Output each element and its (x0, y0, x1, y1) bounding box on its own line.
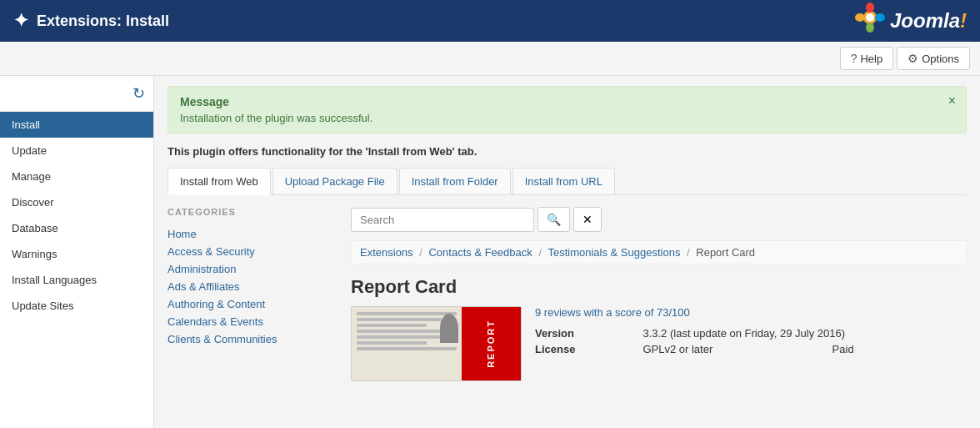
img-line-2 (357, 318, 442, 321)
main-content: Message Installation of the plugin was s… (154, 76, 980, 428)
plugin-info-text: This plugin offers functionality for the… (168, 145, 967, 158)
sidebar-item-install[interactable]: Install (0, 112, 153, 138)
help-icon: ? (851, 52, 858, 65)
img-line-6 (357, 341, 427, 345)
img-line-7 (357, 347, 457, 350)
extension-image: REPORT (351, 306, 522, 381)
breadcrumb-sep-2: / (538, 246, 542, 259)
img-line-3 (357, 324, 427, 327)
tab-install-from-folder[interactable]: Install from Folder (399, 168, 511, 194)
categories-panel: CATEGORIES Home Access & Security Admini… (168, 207, 351, 381)
content-body: CATEGORIES Home Access & Security Admini… (168, 207, 967, 381)
sidebar-item-database[interactable]: Database (0, 215, 153, 241)
joomla-icon (855, 3, 885, 39)
header-logo: Joomla! (855, 3, 967, 39)
price-value: Paid (832, 343, 967, 355)
category-ads-affiliates[interactable]: Ads & Affiliates (168, 278, 338, 295)
message-box: Message Installation of the plugin was s… (168, 86, 967, 133)
tab-install-from-web[interactable]: Install from Web (168, 168, 271, 195)
img-line-1 (357, 312, 457, 315)
sidebar-item-install-languages[interactable]: Install Languages (0, 267, 153, 293)
extension-info: 9 reviews with a score of 73/100 Version… (535, 306, 967, 381)
header-title-group: ✦ Extensions: Install (13, 10, 169, 32)
license-label: License (535, 343, 636, 355)
extension-title: Report Card (351, 276, 967, 298)
joomla-text: Joomla! (890, 9, 967, 33)
person-silhouette (440, 314, 458, 343)
extension-review[interactable]: 9 reviews with a score of 73/100 (535, 306, 967, 319)
joomla-logo: Joomla! (855, 3, 967, 39)
sidebar-item-manage[interactable]: Manage (0, 164, 153, 189)
options-button[interactable]: ⚙ Options (897, 47, 970, 70)
svg-point-4 (855, 13, 865, 22)
breadcrumb-sep-3: / (687, 246, 690, 259)
breadcrumb-report-card: Report Card (696, 246, 755, 259)
sidebar-item-discover[interactable]: Discover (0, 189, 153, 215)
breadcrumb-sep-1: / (419, 246, 422, 259)
breadcrumb-extensions[interactable]: Extensions (360, 246, 413, 259)
search-bar: 🔍 ✕ (351, 207, 967, 232)
sidebar: ↻ Install Update Manage Discover Databas… (0, 76, 154, 428)
svg-point-5 (866, 13, 874, 22)
category-clients-communities[interactable]: Clients & Communities (168, 330, 338, 348)
help-label: Help (860, 53, 882, 65)
breadcrumb-testimonials-suggestions[interactable]: Testimonials & Suggestions (548, 246, 680, 259)
ext-image-right: REPORT (462, 307, 521, 380)
category-calendars-events[interactable]: Calendars & Events (168, 313, 338, 330)
message-close-button[interactable]: × (948, 93, 956, 108)
categories-title: CATEGORIES (168, 207, 338, 217)
breadcrumb-contacts-feedback[interactable]: Contacts & Feedback (428, 246, 532, 259)
sidebar-toggle[interactable]: ↻ (0, 76, 153, 112)
sidebar-item-update-sites[interactable]: Update Sites (0, 293, 153, 319)
extension-detail: REPORT 9 reviews with a score of 73/100 … (351, 306, 967, 381)
search-input[interactable] (351, 208, 534, 232)
license-value: GPLv2 or later (642, 343, 825, 355)
clear-icon: ✕ (582, 213, 592, 226)
puzzle-icon: ✦ (13, 10, 28, 32)
category-authoring-content[interactable]: Authoring & Content (168, 295, 338, 313)
svg-point-2 (875, 13, 885, 22)
breadcrumb: Extensions / Contacts & Feedback / Testi… (351, 240, 967, 264)
category-administration[interactable]: Administration (168, 260, 338, 278)
ext-image-left (352, 307, 462, 380)
message-title: Message (180, 95, 954, 108)
search-icon: 🔍 (547, 213, 561, 226)
sidebar-item-warnings[interactable]: Warnings (0, 241, 153, 267)
sidebar-item-update[interactable]: Update (0, 138, 153, 164)
install-tabs: Install from Web Upload Package File Ins… (168, 168, 967, 195)
svg-point-1 (866, 3, 874, 13)
help-button[interactable]: ? Help (840, 47, 894, 70)
extension-fields: Version 3.3.2 (last update on Friday, 29… (535, 327, 967, 355)
version-label: Version (535, 327, 636, 340)
right-panel: 🔍 ✕ Extensions / Contacts & Feedback / T… (351, 207, 967, 381)
options-label: Options (922, 53, 959, 65)
main-layout: ↻ Install Update Manage Discover Databas… (0, 76, 980, 428)
collapse-icon[interactable]: ↻ (132, 85, 145, 102)
gear-icon: ⚙ (908, 52, 918, 65)
page-title: Extensions: Install (37, 13, 169, 30)
toolbar: ? Help ⚙ Options (0, 42, 980, 76)
category-access-security[interactable]: Access & Security (168, 243, 338, 260)
message-text: Installation of the plugin was successfu… (180, 112, 954, 124)
img-line-5 (357, 335, 442, 339)
tab-upload-package-file[interactable]: Upload Package File (272, 168, 398, 194)
clear-search-button[interactable]: ✕ (573, 207, 602, 232)
report-label: REPORT (486, 320, 496, 368)
category-home[interactable]: Home (168, 225, 338, 243)
tab-install-from-url[interactable]: Install from URL (512, 168, 615, 194)
version-value: 3.3.2 (last update on Friday, 29 July 20… (642, 327, 967, 340)
app-header: ✦ Extensions: Install Joomla! (0, 0, 980, 42)
search-button[interactable]: 🔍 (538, 207, 570, 232)
svg-point-3 (866, 23, 874, 33)
